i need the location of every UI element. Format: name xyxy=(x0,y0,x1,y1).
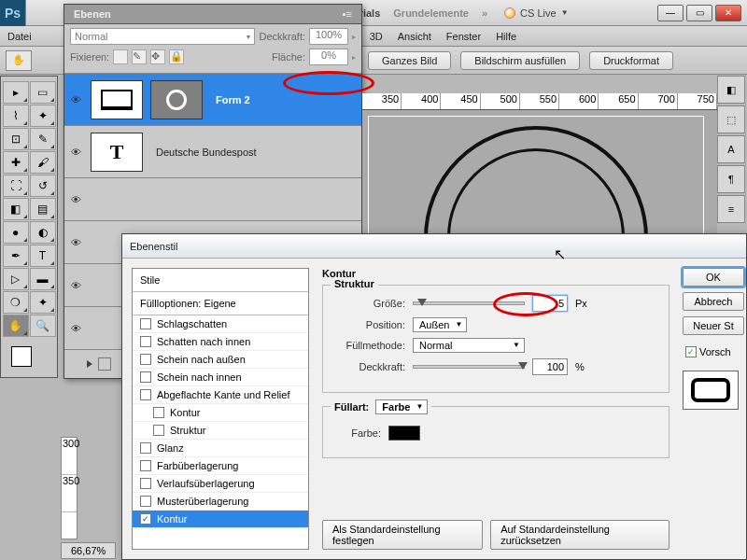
window-close-button[interactable]: ✕ xyxy=(715,5,741,21)
panel-icon-e[interactable]: ≡ xyxy=(717,195,745,223)
style-bevel[interactable]: Abgeflachte Kante und Relief xyxy=(133,386,308,404)
position-dropdown[interactable]: Außen xyxy=(413,317,467,332)
style-farbe[interactable]: Farbüberlagerung xyxy=(133,457,308,475)
lock-pixels-icon[interactable]: ✎ xyxy=(132,49,147,64)
option-ganzes-bild-button[interactable]: Ganzes Bild xyxy=(368,51,451,70)
style-list: Stile Füllloptionen: Eigene Schlagschatt… xyxy=(132,268,309,550)
window-maximize-button[interactable]: ▭ xyxy=(686,5,712,21)
zoom-indicator[interactable]: 66,67% xyxy=(61,542,116,559)
color-swatches[interactable] xyxy=(2,343,56,376)
lock-position-icon[interactable]: ✥ xyxy=(150,49,165,64)
foreground-swatch[interactable] xyxy=(11,346,32,367)
style-schatten-innen[interactable]: Schatten nach innen xyxy=(133,333,308,351)
eraser-tool[interactable]: ◧ xyxy=(3,198,29,220)
style-bevel-kontur[interactable]: Kontur xyxy=(133,404,308,422)
move-tool[interactable]: ▸ xyxy=(3,81,29,104)
size-slider[interactable] xyxy=(413,301,525,305)
layer-row-bundespost[interactable]: 👁 T Deutsche Bundespost xyxy=(64,126,361,178)
style-settings: Kontur Struktur Größe: Px Position: Auße… xyxy=(309,259,683,559)
cs-live-button[interactable]: CS Live ▼ xyxy=(504,7,568,19)
zoom-tool[interactable]: 🔍 xyxy=(30,315,56,337)
lock-transparency-icon[interactable] xyxy=(113,49,128,64)
3d-tool[interactable]: ❍ xyxy=(3,291,29,314)
layer-thumb[interactable]: T xyxy=(91,133,143,172)
panel-icon-c[interactable]: A xyxy=(717,135,745,163)
tab-grundelemente[interactable]: Grundelemente xyxy=(393,7,469,19)
menu-datei[interactable]: Datei xyxy=(7,31,32,42)
cancel-button[interactable]: Abbrech xyxy=(683,292,744,311)
hand-tool[interactable]: ✋ xyxy=(3,315,29,337)
visibility-icon[interactable]: 👁 xyxy=(64,94,87,105)
blur-tool[interactable]: ● xyxy=(3,221,29,244)
preview-checkbox[interactable]: Vorsch xyxy=(685,346,731,357)
visibility-icon[interactable]: 👁 xyxy=(64,280,87,291)
size-input[interactable] xyxy=(532,295,568,312)
history-brush-tool[interactable]: ↺ xyxy=(30,175,56,197)
marquee-tool[interactable]: ▭ xyxy=(30,81,56,104)
gradient-tool[interactable]: ▤ xyxy=(30,198,56,220)
dialog-title-bar[interactable]: Ebenenstil xyxy=(122,234,746,259)
option-druckformat-button[interactable]: Druckformat xyxy=(589,51,673,70)
right-panel-strip: ◧ ⬚ A ¶ ≡ xyxy=(717,76,747,225)
layer-row[interactable]: 👁 xyxy=(64,178,361,221)
opacity-input[interactable]: 100% xyxy=(309,28,348,45)
option-bildschirm-button[interactable]: Bildschirm ausfüllen xyxy=(460,51,580,70)
style-muster[interactable]: Musterüberlagerung xyxy=(133,493,308,511)
opacity2-input[interactable] xyxy=(532,358,568,375)
set-default-button[interactable]: Als Standardeinstellung festlegen xyxy=(322,520,483,550)
blend-mode-dropdown[interactable]: Normal▾ xyxy=(70,28,255,45)
type-tool[interactable]: T xyxy=(30,245,56,267)
panel-icon-d[interactable]: ¶ xyxy=(717,165,745,193)
3d-camera-tool[interactable]: ✦ xyxy=(30,291,56,314)
layer-thumb[interactable] xyxy=(91,80,143,119)
layer-row-form2[interactable]: 👁 Form 2 xyxy=(64,74,361,126)
style-schein-innen[interactable]: Schein nach innen xyxy=(133,369,308,386)
brush-tool[interactable]: 🖌 xyxy=(30,151,56,174)
filltype-dropdown[interactable]: Farbe xyxy=(375,399,428,414)
visibility-icon[interactable]: 👁 xyxy=(64,237,87,248)
path-select-tool[interactable]: ▷ xyxy=(3,268,29,290)
pen-tool[interactable]: ✒ xyxy=(3,245,29,267)
panel-icon-b[interactable]: ⬚ xyxy=(717,105,745,133)
document-canvas[interactable] xyxy=(368,116,704,246)
dodge-tool[interactable]: ◐ xyxy=(30,221,56,244)
shape-tool[interactable]: ▬ xyxy=(30,268,56,290)
window-minimize-button[interactable]: — xyxy=(657,5,684,21)
heal-tool[interactable]: ✚ xyxy=(3,151,29,174)
style-schlagschatten[interactable]: Schlagschatten xyxy=(133,315,308,333)
style-kontur[interactable]: Kontur xyxy=(133,511,308,528)
visibility-icon[interactable]: 👁 xyxy=(64,194,87,205)
menu-ansicht[interactable]: Ansicht xyxy=(398,31,431,42)
panel-icon-a[interactable]: ◧ xyxy=(717,76,745,104)
menu-hilfe[interactable]: Hilfe xyxy=(496,31,516,42)
vector-mask-thumb[interactable] xyxy=(150,80,203,119)
lock-all-icon[interactable]: 🔒 xyxy=(169,49,184,64)
blend-options-header[interactable]: Füllloptionen: Eigene xyxy=(133,292,308,315)
wand-tool[interactable]: ✦ xyxy=(30,105,56,127)
styles-header[interactable]: Stile xyxy=(133,269,308,292)
tool-preset-icon[interactable]: ✋ xyxy=(6,50,32,71)
visibility-icon[interactable]: 👁 xyxy=(64,147,87,158)
fill-label: Fläche: xyxy=(272,51,305,63)
ok-button[interactable]: OK xyxy=(683,268,744,287)
style-schein-aussen[interactable]: Schein nach außen xyxy=(133,351,308,369)
fill-input[interactable]: 0% xyxy=(309,49,348,65)
style-verlauf[interactable]: Verlaufsüberlagerung xyxy=(133,475,308,493)
menu-fenster[interactable]: Fenster xyxy=(446,31,481,42)
tabs-more-icon[interactable]: » xyxy=(482,7,487,19)
reset-default-button[interactable]: Auf Standardeinstellung zurücksetzen xyxy=(490,520,669,550)
style-glanz[interactable]: Glanz xyxy=(133,440,308,457)
lasso-tool[interactable]: ⌇ xyxy=(3,105,29,127)
menu-3d[interactable]: 3D xyxy=(370,31,383,42)
eyedropper-tool[interactable]: ✎ xyxy=(30,128,56,150)
layers-panel-tab[interactable]: Ebenen ▪≡ xyxy=(64,5,361,24)
opacity2-slider[interactable] xyxy=(413,365,525,369)
panel-menu-icon[interactable]: ▪≡ xyxy=(343,8,352,20)
visibility-icon[interactable]: 👁 xyxy=(64,323,87,334)
crop-tool[interactable]: ⊡ xyxy=(3,128,29,150)
style-bevel-struktur[interactable]: Struktur xyxy=(133,422,308,440)
new-style-button[interactable]: Neuer St xyxy=(683,316,744,335)
stroke-color-swatch[interactable] xyxy=(388,426,420,441)
stamp-tool[interactable]: ⛶ xyxy=(3,175,29,197)
blendmode-dropdown[interactable]: Normal xyxy=(413,338,525,353)
